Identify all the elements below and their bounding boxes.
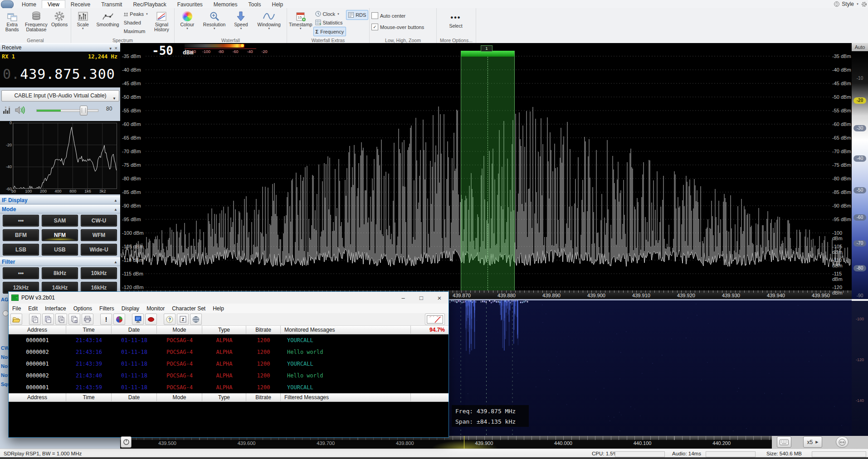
pdw-menu-help[interactable]: Help: [209, 305, 228, 312]
colour-button[interactable]: Colour ▼: [176, 9, 199, 30]
tab-tools[interactable]: Tools: [243, 0, 267, 8]
panel-close-icon[interactable]: ×: [115, 45, 117, 51]
collapse-ribbon-icon[interactable]: [834, 1, 839, 7]
column-header-type[interactable]: Type: [202, 393, 246, 402]
tab-view[interactable]: View: [42, 0, 65, 8]
maximum-button[interactable]: Maximum: [122, 27, 150, 35]
mode-button-bfm[interactable]: BFM: [3, 229, 39, 241]
spectrum-display[interactable]: -50 dBm -120-100-80-60-40-20 1 439.87043…: [120, 43, 852, 299]
monitor-button[interactable]: [132, 314, 144, 325]
column-header-mode[interactable]: Mode: [157, 393, 202, 402]
pdw-menu-edit[interactable]: Edit: [24, 305, 41, 312]
zoom-step-icon[interactable]: ▶: [815, 440, 818, 444]
range-tick-70[interactable]: -70: [853, 240, 866, 246]
range-tick-30[interactable]: -30: [853, 125, 866, 131]
smoothing-button[interactable]: Smoothing: [93, 9, 122, 27]
column-header-address[interactable]: Address: [9, 326, 66, 334]
pdw-title-bar[interactable]: PDW v3.2b01 – □ ×: [9, 292, 449, 304]
pdw-menu-options[interactable]: Options: [70, 305, 96, 312]
pdw-menu-interface[interactable]: Interface: [41, 305, 70, 312]
section-collapse-icon[interactable]: ▲: [114, 197, 117, 205]
tab-rec-playback[interactable]: Rec/Playback: [127, 0, 171, 8]
column-header-monitored-messages[interactable]: Monitored Messages: [281, 326, 411, 334]
wf-range-tick-100[interactable]: -100: [853, 317, 866, 321]
select-button[interactable]: ••• Select: [437, 10, 475, 29]
waterfall-palette-bar[interactable]: [185, 44, 244, 48]
column-header-date[interactable]: Date: [112, 326, 157, 334]
filter-button-8khz[interactable]: 8kHz: [42, 267, 78, 279]
shaded-button[interactable]: Shaded: [122, 18, 150, 27]
filter-button-item[interactable]: •••: [3, 267, 39, 279]
mouse-over-buttons-checkbox[interactable]: ✓ Mouse-over buttons: [370, 23, 436, 31]
tab-favourites[interactable]: Favourites: [172, 0, 208, 8]
section-collapse-icon[interactable]: ▲: [114, 206, 117, 214]
filter-header[interactable]: Filter▲: [0, 257, 120, 266]
statistics-button[interactable]: [113, 314, 125, 325]
overview-power-button[interactable]: [121, 436, 132, 448]
column-header-type[interactable]: Type: [202, 326, 246, 334]
clock-button[interactable]: Clock▼: [313, 10, 346, 18]
auto-center-checkbox[interactable]: Auto center: [370, 11, 436, 20]
pdw-menu-file[interactable]: File: [9, 305, 24, 312]
tab-help[interactable]: Help: [267, 0, 289, 8]
mode-button-sam[interactable]: SAM: [42, 215, 78, 227]
close-button[interactable]: ×: [430, 292, 449, 304]
column-header-bitrate[interactable]: Bitrate: [246, 326, 281, 334]
mode-button-wide-u[interactable]: Wide-U: [81, 244, 117, 256]
vrx-marker[interactable]: 1: [481, 45, 493, 52]
speaker-icon[interactable]: [15, 105, 25, 115]
column-header-time[interactable]: Time: [66, 326, 112, 334]
column-header-mode[interactable]: Mode: [157, 326, 202, 334]
pdw-window[interactable]: PDW v3.2b01 – □ × FileEditInterfaceOptio…: [8, 291, 449, 438]
print-button[interactable]: [82, 314, 93, 325]
filter-z-button[interactable]: Z: [177, 314, 189, 325]
mode-button-lsb[interactable]: LSB: [3, 244, 39, 256]
frequency-button[interactable]: ΣFrequency: [313, 27, 346, 36]
range-tick-90[interactable]: -90: [853, 293, 866, 298]
copy-page-button[interactable]: [42, 314, 54, 325]
save-log-button[interactable]: [68, 314, 80, 325]
open-file-button[interactable]: [10, 314, 22, 325]
tab-memories[interactable]: Memories: [208, 0, 243, 8]
pdw-menu-character-set[interactable]: Character Set: [168, 305, 209, 312]
signal-history-button[interactable]: Signal History: [150, 9, 173, 32]
copy-all-button[interactable]: [55, 314, 67, 325]
range-tick-20[interactable]: -20: [853, 97, 866, 104]
mode-button-usb[interactable]: USB: [42, 244, 78, 256]
timestamp-button[interactable]: 15 Timestamp ▼: [288, 9, 313, 36]
section-collapse-icon[interactable]: ▲: [114, 258, 117, 266]
monitored-table-header[interactable]: AddressTimeDateModeTypeBitrateMonitored …: [9, 326, 449, 334]
column-header-bitrate[interactable]: Bitrate: [246, 393, 281, 402]
tab-home[interactable]: Home: [16, 0, 42, 8]
frequency-database-button[interactable]: Frequency Database: [23, 9, 49, 32]
pdw-menu-display[interactable]: Display: [118, 305, 143, 312]
help-button[interactable]: ?: [164, 314, 176, 325]
maximize-button[interactable]: □: [412, 292, 430, 304]
zoom-factor-button[interactable]: x5▶: [803, 436, 822, 448]
mode-button-nfm[interactable]: NFM: [42, 229, 78, 241]
minimize-button[interactable]: –: [394, 292, 412, 304]
panel-collapse-icon[interactable]: ▼: [109, 47, 112, 51]
speed-button[interactable]: Speed ▼: [230, 9, 253, 30]
range-tick-10[interactable]: -10: [853, 76, 866, 81]
volume-slider-track[interactable]: [36, 109, 98, 112]
record-button[interactable]: [145, 314, 157, 325]
audio-input-select[interactable]: CABLE Input (VB-Audio Virtual Cable) ▼: [1, 90, 119, 101]
windowing-button[interactable]: Windowing ▼: [252, 9, 286, 30]
options-button[interactable]: Options: [49, 9, 70, 32]
pdw-menu-monitor[interactable]: Monitor: [143, 305, 168, 312]
levels-icon[interactable]: [3, 106, 11, 114]
rds-button[interactable]: RDS: [346, 10, 368, 20]
mode-button-cw-u[interactable]: CW-U: [81, 215, 117, 227]
app-menu-button[interactable]: [1, 0, 14, 9]
range-auto-button[interactable]: Auto: [852, 43, 868, 51]
if-display-header[interactable]: IF Display▲: [0, 196, 120, 204]
filter-button-10khz[interactable]: 10kHz: [81, 267, 117, 279]
span-reset-button[interactable]: [836, 436, 848, 448]
column-header-filtered-messages[interactable]: Filtered Messages: [281, 393, 411, 402]
range-tick-50[interactable]: -50: [853, 187, 866, 193]
range-tick-80[interactable]: -80: [853, 265, 866, 271]
column-header-time[interactable]: Time: [66, 393, 112, 402]
spectrum-range-slider[interactable]: -10-20-30-40-50-60-70-80-90: [852, 51, 868, 299]
style-button[interactable]: Style: [842, 1, 854, 7]
